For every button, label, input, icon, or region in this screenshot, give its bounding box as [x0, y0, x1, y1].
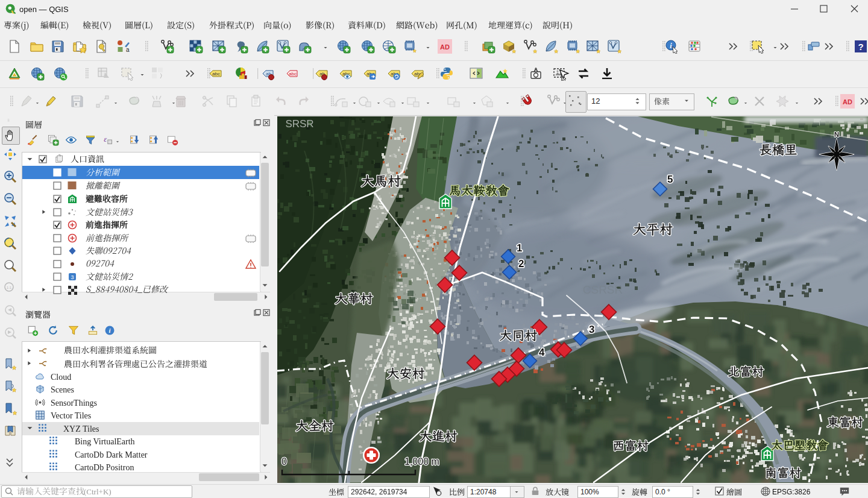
svg-text:1:1: 1:1: [7, 286, 12, 289]
svg-text:AD: AD: [843, 98, 852, 106]
svg-text:abc: abc: [289, 71, 297, 77]
svg-text:ε: ε: [104, 135, 107, 143]
svg-text:?: ?: [858, 42, 863, 52]
svg-text:i: i: [108, 327, 110, 334]
svg-text:a: a: [126, 46, 130, 53]
svg-text:abc: abc: [212, 71, 220, 77]
svg-text:AD: AD: [440, 43, 450, 51]
svg-text:3: 3: [71, 274, 74, 280]
